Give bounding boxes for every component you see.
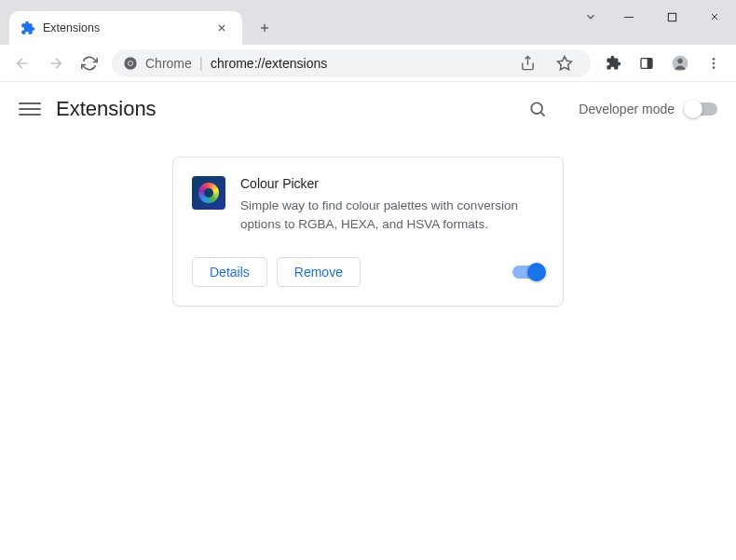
extensions-header: Extensions Developer mode	[0, 82, 736, 136]
extension-app-icon	[192, 176, 225, 210]
titlebar: Extensions	[0, 0, 736, 45]
svg-point-8	[677, 58, 682, 62]
chrome-brand-icon	[123, 56, 138, 71]
reload-button[interactable]	[75, 48, 104, 78]
share-icon[interactable]	[512, 48, 542, 78]
side-panel-icon[interactable]	[632, 48, 661, 78]
svg-point-14	[532, 102, 543, 114]
new-tab-button[interactable]	[252, 15, 278, 41]
details-button[interactable]: Details	[192, 257, 267, 287]
svg-point-12	[47, 184, 158, 296]
close-window-button[interactable]	[693, 0, 736, 34]
menu-icon[interactable]	[699, 48, 729, 78]
remove-button[interactable]: Remove	[277, 257, 361, 287]
extension-description: Simple way to find colour palettes with …	[240, 197, 544, 235]
search-extensions-button[interactable]	[526, 98, 549, 120]
page-title: Extensions	[56, 97, 511, 121]
extension-name: Colour Picker	[240, 176, 544, 191]
window-controls	[574, 0, 736, 34]
svg-point-11	[713, 66, 716, 69]
developer-mode-toggle-group: Developer mode	[579, 102, 717, 116]
extension-card: Colour Picker Simple way to find colour …	[172, 157, 564, 307]
omnibox[interactable]: Chrome | chrome://extensions	[112, 49, 591, 77]
extensions-icon[interactable]	[598, 48, 628, 78]
omnibox-label: Chrome	[145, 56, 192, 71]
svg-rect-0	[624, 17, 634, 18]
close-tab-button[interactable]	[212, 20, 231, 35]
profile-icon[interactable]	[665, 48, 695, 78]
browser-toolbar: Chrome | chrome://extensions	[0, 45, 736, 82]
svg-point-10	[713, 61, 716, 64]
forward-button[interactable]	[41, 48, 71, 78]
svg-point-9	[713, 58, 716, 61]
developer-mode-label: Developer mode	[579, 102, 675, 116]
svg-rect-13	[124, 278, 179, 333]
developer-mode-toggle[interactable]	[686, 102, 717, 116]
omnibox-url: chrome://extensions	[211, 56, 327, 71]
page-content: pcrisk.com Extensions Developer mode Col…	[0, 82, 736, 560]
extension-enable-toggle[interactable]	[512, 266, 544, 279]
svg-rect-1	[668, 13, 675, 20]
puzzle-icon	[20, 20, 35, 35]
maximize-button[interactable]	[650, 0, 693, 34]
hamburger-menu-button[interactable]	[19, 98, 41, 120]
back-button[interactable]	[7, 48, 37, 78]
tab-search-button[interactable]	[574, 0, 607, 34]
bookmark-icon[interactable]	[550, 48, 579, 78]
tab-title: Extensions	[43, 21, 205, 34]
svg-rect-6	[647, 58, 652, 68]
omnibox-separator: |	[199, 55, 203, 72]
browser-tab[interactable]: Extensions	[9, 11, 242, 45]
svg-point-4	[129, 61, 132, 65]
minimize-button[interactable]	[607, 0, 650, 34]
